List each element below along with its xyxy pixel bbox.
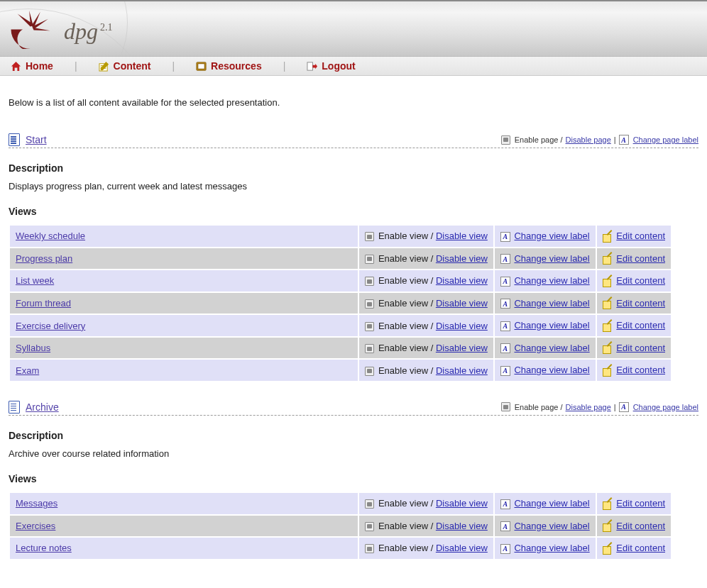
- enable-page-label: Enable page /: [515, 135, 563, 144]
- label-icon: A: [500, 232, 510, 242]
- enable-view-label: Enable view /: [378, 498, 433, 509]
- edit-content-link[interactable]: Edit content: [616, 253, 665, 264]
- views-heading: Views: [9, 473, 698, 484]
- nav-home[interactable]: Home: [11, 60, 53, 72]
- disable-view-link[interactable]: Disable view: [436, 498, 488, 509]
- action-separator: |: [614, 403, 616, 411]
- edit-content-link[interactable]: Edit content: [616, 298, 665, 309]
- disable-page-link[interactable]: Disable page: [566, 403, 611, 411]
- change-view-label-link[interactable]: Change view label: [514, 498, 589, 509]
- description-heading: Description: [9, 430, 698, 441]
- content-section: Start Enable page / Disable page | A Cha…: [9, 133, 698, 401]
- label-icon: A: [500, 277, 510, 287]
- divider: [9, 148, 698, 148]
- nav-home-label: Home: [26, 60, 53, 72]
- view-name-link[interactable]: Lecture notes: [16, 543, 72, 553]
- nav-content[interactable]: Content: [99, 60, 151, 72]
- change-view-label-link[interactable]: Change view label: [514, 343, 589, 353]
- lock-icon: [365, 299, 374, 309]
- change-page-label-link[interactable]: Change page label: [633, 135, 698, 144]
- label-icon: A: [619, 135, 629, 145]
- view-name-link[interactable]: List week: [16, 275, 54, 286]
- edit-icon: [603, 232, 613, 242]
- lock-icon: [501, 402, 510, 411]
- enable-view-label: Enable view /: [378, 231, 433, 241]
- edit-content-link[interactable]: Edit content: [616, 320, 665, 331]
- lock-icon: [365, 367, 374, 376]
- disable-view-link[interactable]: Disable view: [436, 365, 488, 376]
- nav-content-label: Content: [114, 60, 151, 72]
- label-icon: A: [500, 254, 510, 264]
- edit-icon: [603, 343, 613, 353]
- edit-icon: [603, 277, 613, 287]
- nav-logout[interactable]: Logout: [307, 60, 355, 72]
- view-name-link[interactable]: Weekly schedule: [16, 231, 85, 241]
- main-content: Below is a list of all content available…: [0, 76, 707, 588]
- view-name-link[interactable]: Exercises: [16, 521, 55, 531]
- view-name-link[interactable]: Messages: [16, 498, 57, 509]
- edit-content-link[interactable]: Edit content: [616, 231, 665, 241]
- enable-view-label: Enable view /: [378, 321, 433, 331]
- section-title-link[interactable]: Archive: [26, 401, 59, 413]
- enable-view-label: Enable view /: [378, 298, 433, 309]
- change-view-label-link[interactable]: Change view label: [514, 543, 589, 553]
- nav-separator: |: [283, 60, 286, 72]
- disable-view-link[interactable]: Disable view: [436, 343, 488, 353]
- lock-icon: [365, 277, 374, 286]
- brand-name-text: dpg: [64, 18, 98, 44]
- view-name-link[interactable]: Exam: [16, 365, 39, 376]
- disable-view-link[interactable]: Disable view: [436, 543, 488, 553]
- lock-icon: [365, 232, 374, 241]
- view-row: Exercises Enable view / Disable view A C…: [10, 516, 671, 537]
- view-name-link[interactable]: Exercise delivery: [16, 321, 85, 331]
- change-view-label-link[interactable]: Change view label: [514, 298, 589, 309]
- disable-view-link[interactable]: Disable view: [436, 253, 488, 264]
- main-nav: Home | Content | Resources | Logout: [0, 57, 707, 76]
- view-row: Syllabus Enable view / Disable view A Ch…: [10, 338, 671, 359]
- view-name-link[interactable]: Forum thread: [16, 298, 71, 309]
- disable-page-link[interactable]: Disable page: [566, 135, 611, 144]
- app-header: dpg2.1: [0, 0, 707, 57]
- nav-logout-label: Logout: [322, 60, 355, 72]
- edit-content-link[interactable]: Edit content: [616, 543, 665, 553]
- lock-icon: [365, 522, 374, 531]
- edit-icon: [603, 254, 613, 264]
- change-view-label-link[interactable]: Change view label: [514, 253, 589, 264]
- edit-content-link[interactable]: Edit content: [616, 343, 665, 353]
- view-name-link[interactable]: Syllabus: [16, 343, 50, 353]
- disable-view-link[interactable]: Disable view: [436, 321, 488, 331]
- lock-icon: [365, 255, 374, 264]
- view-row: Lecture notes Enable view / Disable view…: [10, 538, 671, 559]
- edit-content-link[interactable]: Edit content: [616, 498, 665, 509]
- edit-icon: [603, 521, 613, 531]
- edit-content-link[interactable]: Edit content: [616, 275, 665, 286]
- intro-text: Below is a list of all content available…: [9, 97, 698, 108]
- edit-content-link[interactable]: Edit content: [616, 365, 665, 375]
- disable-view-link[interactable]: Disable view: [436, 298, 488, 309]
- change-view-label-link[interactable]: Change view label: [514, 365, 589, 375]
- edit-icon: [603, 321, 613, 331]
- label-icon: A: [500, 499, 510, 509]
- change-view-label-link[interactable]: Change view label: [514, 231, 589, 241]
- brand-version: 2.1: [100, 22, 113, 33]
- view-row: Forum thread Enable view / Disable view …: [10, 293, 671, 314]
- disable-view-link[interactable]: Disable view: [436, 521, 488, 531]
- edit-content-link[interactable]: Edit content: [616, 521, 665, 531]
- change-page-label-link[interactable]: Change page label: [633, 403, 698, 411]
- enable-view-label: Enable view /: [378, 275, 433, 286]
- change-view-label-link[interactable]: Change view label: [514, 320, 589, 331]
- change-view-label-link[interactable]: Change view label: [514, 275, 589, 286]
- view-row: Messages Enable view / Disable view A Ch…: [10, 493, 671, 514]
- page-actions: Enable page / Disable page | A Change pa…: [501, 402, 698, 412]
- label-icon: A: [500, 544, 510, 554]
- view-name-link[interactable]: Progress plan: [16, 253, 72, 264]
- section-title-link[interactable]: Start: [26, 134, 47, 145]
- disable-view-link[interactable]: Disable view: [436, 231, 488, 241]
- enable-page-label: Enable page /: [515, 403, 563, 411]
- page-actions: Enable page / Disable page | A Change pa…: [501, 135, 698, 145]
- change-view-label-link[interactable]: Change view label: [514, 521, 589, 531]
- views-table: Messages Enable view / Disable view A Ch…: [9, 492, 672, 560]
- nav-separator: |: [75, 60, 77, 72]
- disable-view-link[interactable]: Disable view: [436, 275, 488, 286]
- nav-resources[interactable]: Resources: [196, 60, 262, 72]
